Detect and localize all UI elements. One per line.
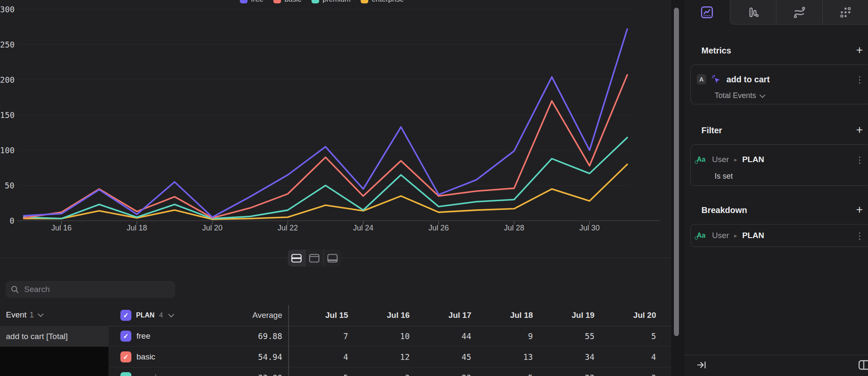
main-panel: freebasicpremiumenterprise 0501001502002… xyxy=(0,0,673,376)
cell-value: 55 xyxy=(536,331,598,341)
caret-right-icon: ▸ xyxy=(734,232,737,239)
collapse-sidebar-button[interactable] xyxy=(696,359,707,372)
date-column-header: Jul 18 xyxy=(475,311,536,320)
y-tick-label: 0 xyxy=(0,216,14,225)
measurement-label: Total Events xyxy=(715,91,756,100)
filter-operator-label: Is set xyxy=(715,172,733,181)
table-row: ✓free69.88710449555 xyxy=(0,326,673,347)
measurement-dropdown[interactable]: Total Events xyxy=(691,91,868,100)
average-value: 33.00 xyxy=(212,373,282,376)
add-filter-button[interactable]: + xyxy=(852,123,867,136)
cell-value: 4 xyxy=(598,352,659,362)
date-column-header: Jul 16 xyxy=(351,311,413,320)
sidebar-tabs xyxy=(730,0,868,25)
cell-value: 7 xyxy=(290,331,351,341)
breakdown-heading: Breakdown xyxy=(701,205,747,215)
event-header-label: Event xyxy=(6,310,27,320)
date-column-headers: Jul 15Jul 16Jul 17Jul 18Jul 19Jul 20 xyxy=(290,311,659,320)
metric-card[interactable]: A add to cart ⋮ Total Events xyxy=(690,65,868,104)
tab-line-chart[interactable] xyxy=(684,0,730,25)
flows-icon xyxy=(793,6,806,19)
line-chart-icon xyxy=(700,6,714,19)
average-column-divider xyxy=(288,305,289,376)
view-toggle-group xyxy=(288,250,341,267)
bar-chart-icon xyxy=(747,6,760,19)
y-tick-label: 250 xyxy=(0,40,14,49)
sidebar-footer xyxy=(684,355,868,376)
tab-more-charts[interactable] xyxy=(822,0,868,24)
cell-value: 45 xyxy=(413,352,475,362)
filter-property: PLAN xyxy=(742,155,764,164)
side-panel-icon xyxy=(858,359,868,371)
vertical-scrollbar[interactable] xyxy=(674,8,679,336)
row-values: 710449555 xyxy=(290,331,659,341)
tab-flows[interactable] xyxy=(776,0,822,24)
x-tick-label: Jul 22 xyxy=(269,223,307,233)
cell-value: 13 xyxy=(475,352,536,362)
text-property-icon: Aa xyxy=(697,232,707,239)
plan-column-header[interactable]: ✓ PLAN 4 xyxy=(120,310,173,321)
x-tick-label: Jul 28 xyxy=(495,223,533,233)
metric-event-name: add to cart xyxy=(726,75,770,84)
metrics-heading: Metrics xyxy=(701,46,731,56)
plan-name: premium xyxy=(136,373,168,376)
breakdown-card[interactable]: Aa User ▸ PLAN ⋮ xyxy=(690,224,868,247)
date-column-header: Jul 19 xyxy=(536,311,598,320)
y-tick-label: 200 xyxy=(0,75,14,84)
view-table-only-button[interactable] xyxy=(323,250,341,267)
chevron-down-icon xyxy=(168,311,174,317)
cell-value: 23 xyxy=(536,373,598,376)
split-view-icon xyxy=(291,254,302,263)
tab-bar-chart[interactable] xyxy=(730,0,776,24)
cell-value: 5 xyxy=(598,331,659,341)
filter-operator-dropdown[interactable]: Is set xyxy=(691,172,868,181)
row-checkbox[interactable]: ✓ xyxy=(120,351,131,362)
cell-value: 4 xyxy=(290,352,351,362)
filter-menu-button[interactable]: ⋮ xyxy=(855,155,864,164)
add-breakdown-button[interactable]: + xyxy=(852,203,867,216)
chart-only-icon xyxy=(309,254,320,263)
x-tick-label: Jul 18 xyxy=(118,223,156,233)
view-split-button[interactable] xyxy=(288,250,305,267)
panel-layout-button[interactable] xyxy=(858,359,868,373)
cell-value: 3 xyxy=(598,373,659,376)
collapse-right-icon xyxy=(696,359,707,370)
cell-value: 10 xyxy=(351,331,413,341)
plan-header-label: PLAN xyxy=(136,311,155,319)
table-only-icon xyxy=(327,254,338,263)
cell-value: 3 xyxy=(351,373,413,376)
x-tick-label: Jul 26 xyxy=(420,223,458,233)
sidebar-tabstrip xyxy=(684,0,868,25)
view-chart-only-button[interactable] xyxy=(305,250,323,267)
metric-menu-button[interactable]: ⋮ xyxy=(855,75,864,84)
x-tick-label: Jul 30 xyxy=(570,223,609,233)
date-column-header: Jul 17 xyxy=(413,311,475,320)
row-checkbox[interactable]: ✓ xyxy=(120,372,131,376)
search-input[interactable] xyxy=(23,284,170,295)
table-row: ✓basic54.944124513344 xyxy=(0,347,673,368)
metric-series-badge: A xyxy=(697,74,706,84)
x-tick-label: Jul 16 xyxy=(42,223,81,233)
event-column-header[interactable]: Event 1 xyxy=(6,310,43,320)
row-values: 4124513344 xyxy=(290,352,659,362)
plan-header-checkbox[interactable]: ✓ xyxy=(120,310,131,321)
add-metric-button[interactable]: + xyxy=(852,44,867,56)
plan-name: basic xyxy=(136,352,155,362)
breakdown-menu-button[interactable]: ⋮ xyxy=(855,231,864,240)
breakdown-scope: User xyxy=(712,231,729,240)
row-values: 53235233 xyxy=(290,373,659,376)
search-box xyxy=(6,281,175,298)
date-column-header: Jul 15 xyxy=(290,311,351,320)
average-value: 69.88 xyxy=(212,331,282,341)
table-row: ✓premium33.0053235233 xyxy=(0,368,673,376)
filter-card[interactable]: Aa User ▸ PLAN ⋮ Is set xyxy=(690,144,868,186)
x-tick-label: Jul 24 xyxy=(344,223,382,233)
breakdown-property: PLAN xyxy=(742,231,764,240)
cell-value: 23 xyxy=(413,373,475,376)
chevron-down-icon xyxy=(38,311,44,317)
filter-heading: Filter xyxy=(701,126,722,135)
row-checkbox[interactable]: ✓ xyxy=(120,331,131,342)
line-chart xyxy=(0,0,673,238)
y-tick-label: 300 xyxy=(0,5,14,14)
table-header: Event 1 ✓ PLAN 4 Average Jul 15Jul 16Jul… xyxy=(0,305,673,326)
